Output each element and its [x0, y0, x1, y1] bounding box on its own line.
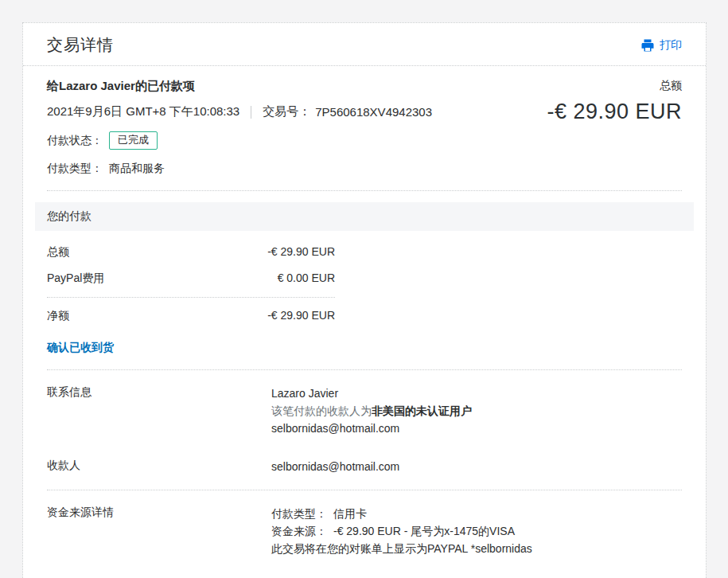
funding-source-value: -€ 29.90 EUR - 尾号为x-1475的VISA	[333, 525, 515, 537]
print-button[interactable]: 打印	[640, 38, 682, 53]
confirm-receipt-link[interactable]: 确认已收到货	[47, 341, 114, 355]
contact-info-value: Lazaro Javier 该笔付款的收款人为非美国的未认证用户 selborn…	[271, 385, 682, 437]
recipient-note-prefix: 该笔付款的收款人为	[271, 404, 372, 417]
amount-label: 净额	[47, 309, 69, 323]
card-header: 交易详情 打印	[23, 23, 706, 66]
payment-type-value: 商品和服务	[109, 162, 165, 176]
transaction-details-card: 交易详情 打印 给Lazaro Javier的已付款项 2021年9月6日 GM…	[22, 22, 707, 578]
payment-amounts: 总额 -€ 29.90 EUR PayPal费用 € 0.00 EUR 净额 -…	[47, 245, 335, 323]
payment-status-label: 付款状态：	[47, 134, 103, 148]
amount-label: 总额	[47, 245, 69, 260]
recipient-email: selbornidas@hotmail.com	[271, 420, 682, 437]
section-divider	[47, 369, 682, 370]
total-amount: -€ 29.90 EUR	[547, 100, 682, 124]
transaction-id: 7P560618XV4942303	[315, 105, 432, 119]
page-title: 交易详情	[47, 34, 114, 56]
page: 交易详情 打印 给Lazaro Javier的已付款项 2021年9月6日 GM…	[0, 0, 728, 578]
funding-type-value: 信用卡	[333, 507, 367, 520]
statement-note: 此交易将在您的对账单上显示为PAYPAL *selbornidas	[271, 540, 682, 557]
recipient-note: 该笔付款的收款人为非美国的未认证用户	[271, 402, 682, 420]
summary-left: 给Lazaro Javier的已付款项 2021年9月6日 GMT+8 下午10…	[47, 77, 547, 176]
payment-type-row: 付款类型： 商品和服务	[47, 162, 547, 176]
status-badge: 已完成	[109, 131, 158, 150]
meta-divider	[251, 106, 251, 119]
amount-value: -€ 29.90 EUR	[267, 309, 335, 323]
card-body: 给Lazaro Javier的已付款项 2021年9月6日 GMT+8 下午10…	[23, 66, 706, 578]
contact-info-row: 联系信息 Lazaro Javier 该笔付款的收款人为非美国的未认证用户 se…	[47, 385, 682, 437]
amount-value: € 0.00 EUR	[278, 271, 335, 286]
summary-section: 给Lazaro Javier的已付款项 2021年9月6日 GMT+8 下午10…	[47, 77, 682, 176]
funding-type-line: 付款类型：信用卡	[271, 505, 682, 522]
transaction-date: 2021年9月6日 GMT+8 下午10:08:33	[47, 104, 239, 119]
payee-email: selbornidas@hotmail.com	[271, 458, 682, 475]
funding-source-line-label: 资金来源：	[271, 525, 327, 537]
section-divider	[47, 490, 682, 490]
amount-value: -€ 29.90 EUR	[267, 245, 335, 260]
recipient-name: Lazaro Javier	[271, 385, 682, 402]
summary-right: 总额 -€ 29.90 EUR	[547, 77, 682, 176]
funding-source-label: 资金来源详情	[47, 505, 271, 557]
amount-row-fee: PayPal费用 € 0.00 EUR	[47, 271, 335, 286]
transaction-id-label: 交易号：	[263, 104, 310, 119]
payee-row: 收款人 selbornidas@hotmail.com	[47, 458, 682, 475]
recipient-note-status: 非美国的未认证用户	[372, 404, 472, 417]
payment-type-label: 付款类型：	[47, 162, 103, 176]
summary-meta: 2021年9月6日 GMT+8 下午10:08:33 交易号： 7P560618…	[47, 104, 547, 119]
payment-recipient-title: 给Lazaro Javier的已付款项	[47, 77, 547, 94]
amounts-divider	[47, 297, 335, 298]
total-label: 总额	[547, 79, 682, 93]
amount-row-total: 总额 -€ 29.90 EUR	[47, 245, 335, 260]
section-divider	[47, 190, 682, 191]
print-label: 打印	[660, 38, 682, 53]
amount-row-net: 净额 -€ 29.90 EUR	[47, 309, 335, 323]
payee-label: 收款人	[47, 458, 271, 475]
payment-status-row: 付款状态： 已完成	[47, 131, 547, 150]
amount-label: PayPal费用	[47, 271, 104, 286]
funding-source-details: 付款类型：信用卡 资金来源：-€ 29.90 EUR - 尾号为x-1475的V…	[271, 505, 682, 557]
funding-source-row: 资金来源详情 付款类型：信用卡 资金来源：-€ 29.90 EUR - 尾号为x…	[47, 505, 682, 557]
funding-type-label: 付款类型：	[271, 507, 327, 520]
your-payment-section-header: 您的付款	[35, 202, 694, 231]
funding-source-line: 资金来源：-€ 29.90 EUR - 尾号为x-1475的VISA	[271, 522, 682, 540]
printer-icon	[640, 38, 655, 53]
contact-info-label: 联系信息	[47, 385, 271, 437]
